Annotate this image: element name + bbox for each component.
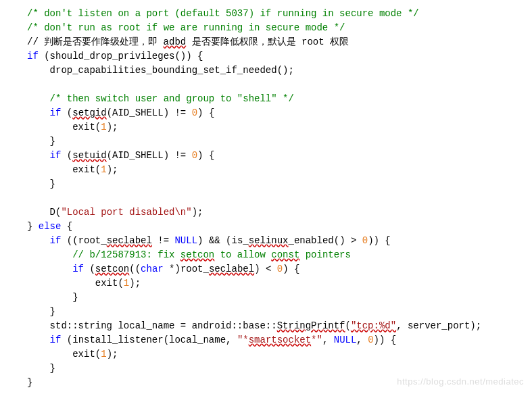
comment-wavy: setcon bbox=[180, 249, 214, 260]
code-wavy: seclabel bbox=[209, 264, 254, 274]
code-text: } bbox=[27, 292, 78, 303]
code-text: , server_port); bbox=[396, 320, 481, 331]
number: 1 bbox=[101, 122, 106, 132]
code-text: ( bbox=[345, 320, 351, 331]
keyword: if bbox=[50, 235, 62, 246]
code-wavy: setgid bbox=[72, 107, 106, 118]
code-text: (AID_SHELL) != bbox=[107, 107, 192, 118]
code-text: ) < bbox=[254, 264, 277, 274]
keyword: char bbox=[141, 264, 164, 274]
code-text: } bbox=[27, 221, 39, 232]
comment: pointers bbox=[299, 249, 351, 260]
code-text: ); bbox=[107, 349, 118, 360]
number: 1 bbox=[101, 164, 106, 175]
number: 0 bbox=[277, 264, 283, 274]
comment: /* then switch user and group to "shell"… bbox=[27, 93, 294, 104]
keyword: if bbox=[72, 264, 84, 274]
code-text: { bbox=[61, 221, 72, 232]
code-text bbox=[27, 150, 50, 161]
code-text: *)root_ bbox=[164, 264, 209, 274]
keyword: if bbox=[50, 107, 62, 118]
code-text bbox=[27, 107, 50, 118]
comment-wavy: const bbox=[271, 249, 299, 260]
code-wavy: setuid bbox=[72, 150, 106, 161]
code-text: ) { bbox=[197, 107, 214, 118]
string: "* bbox=[237, 335, 249, 345]
comment: 是否要降低权限，默认是 root 权限 bbox=[186, 36, 349, 47]
code-text: ( bbox=[61, 107, 72, 118]
number: 0 bbox=[192, 107, 197, 118]
keyword: else bbox=[39, 221, 62, 232]
string-wavy: "tcp:%d" bbox=[351, 320, 396, 331]
code-text bbox=[27, 335, 50, 345]
comment: to allow bbox=[214, 249, 271, 260]
keyword: if bbox=[50, 335, 62, 345]
code-text: } bbox=[27, 306, 55, 317]
code-text: exit( bbox=[27, 122, 101, 132]
code-text: , bbox=[322, 335, 334, 345]
comment: /* don't run as root if we are running i… bbox=[27, 22, 345, 33]
code-text: exit( bbox=[27, 349, 101, 360]
code-text: ); bbox=[129, 278, 141, 289]
keyword: if bbox=[27, 51, 39, 61]
code-block: /* don't listen on a port (default 5037)… bbox=[0, 0, 532, 390]
comment: /* don't listen on a port (default 5037)… bbox=[27, 8, 419, 19]
code-text: _enabled() > bbox=[289, 235, 362, 246]
code-text: } bbox=[27, 377, 32, 388]
comment: // b/12587913: fix bbox=[27, 249, 180, 260]
code-text: } bbox=[27, 178, 55, 189]
code-text bbox=[27, 235, 50, 246]
null: NULL bbox=[174, 235, 197, 246]
code-wavy: StringPrintf bbox=[277, 320, 345, 331]
code-text: ) && (is_ bbox=[197, 235, 249, 246]
code-text: ( bbox=[84, 264, 95, 274]
string: *" bbox=[311, 335, 322, 345]
number: 1 bbox=[101, 349, 106, 360]
code-text: ( bbox=[61, 150, 72, 161]
code-text: ((root_ bbox=[61, 235, 106, 246]
code-text: (install_listener(local_name, bbox=[61, 335, 237, 345]
keyword: if bbox=[50, 150, 62, 161]
code-wavy: seclabel bbox=[107, 235, 152, 246]
number: 0 bbox=[368, 335, 373, 345]
code-text: , bbox=[356, 335, 368, 345]
string-wavy: smartsocket bbox=[249, 335, 311, 345]
number: 1 bbox=[124, 278, 129, 289]
code-text: (AID_SHELL) != bbox=[107, 150, 192, 161]
code-text: (should_drop_privileges()) { bbox=[39, 51, 203, 61]
code-text: )) { bbox=[368, 235, 391, 246]
code-text: drop_capabilities_bounding_set_if_needed… bbox=[27, 65, 294, 76]
code-text: (( bbox=[129, 264, 141, 274]
code-text: ) { bbox=[283, 264, 299, 274]
code-wavy: setcon bbox=[95, 264, 129, 274]
string: "Local port disabled\n" bbox=[61, 207, 191, 218]
comment-wavy: adbd bbox=[164, 36, 187, 47]
watermark: https://blog.csdn.net/mediatec bbox=[397, 374, 524, 389]
code-text: != bbox=[152, 235, 175, 246]
code-text: } bbox=[27, 363, 55, 374]
code-text: exit( bbox=[27, 164, 101, 175]
code-text: exit( bbox=[27, 278, 124, 289]
code-wavy: selinux bbox=[249, 235, 289, 246]
code-text: ); bbox=[192, 207, 203, 218]
code-text: ); bbox=[107, 122, 118, 132]
code-text: } bbox=[27, 136, 55, 147]
number: 0 bbox=[192, 150, 197, 161]
comment: // 判断是否要作降级处理，即 bbox=[27, 36, 164, 47]
null: NULL bbox=[334, 335, 357, 345]
code-text: D( bbox=[27, 207, 61, 218]
code-text bbox=[27, 264, 72, 274]
code-text: ); bbox=[107, 164, 118, 175]
code-text: )) { bbox=[374, 335, 397, 345]
code-text: ) { bbox=[197, 150, 214, 161]
code-text: std::string local_name = android::base:: bbox=[27, 320, 277, 331]
number: 0 bbox=[362, 235, 368, 246]
